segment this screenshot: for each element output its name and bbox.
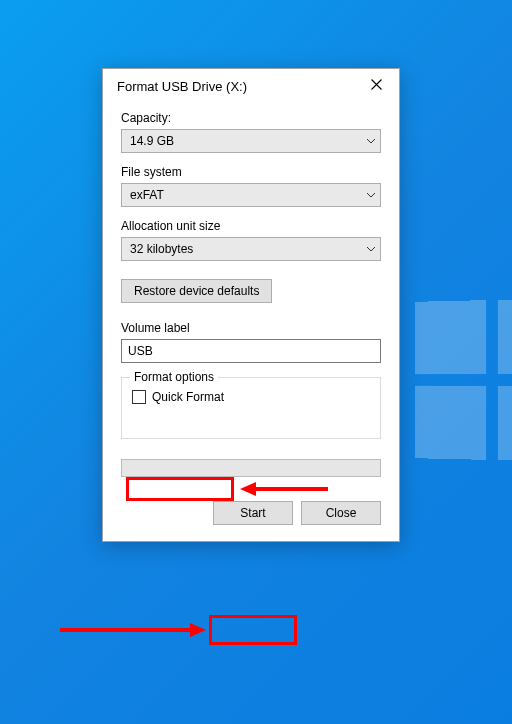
quick-format-label: Quick Format <box>152 390 224 404</box>
capacity-value: 14.9 GB <box>130 134 366 148</box>
volume-label-label: Volume label <box>121 321 381 335</box>
start-button[interactable]: Start <box>213 501 293 525</box>
quick-format-checkbox[interactable] <box>132 390 146 404</box>
chevron-down-icon <box>366 247 376 252</box>
close-button-label: Close <box>326 506 357 520</box>
dialog-title: Format USB Drive (X:) <box>117 79 359 94</box>
start-button-label: Start <box>240 506 265 520</box>
annotation-arrowhead-start <box>190 623 206 637</box>
chevron-down-icon <box>366 139 376 144</box>
dialog-button-row: Start Close <box>121 501 381 525</box>
volume-label-input[interactable] <box>121 339 381 363</box>
close-icon <box>371 79 382 93</box>
format-dialog: Format USB Drive (X:) Capacity: 14.9 GB … <box>102 68 400 542</box>
windows-logo-decoration <box>415 298 512 462</box>
capacity-select[interactable]: 14.9 GB <box>121 129 381 153</box>
dialog-titlebar: Format USB Drive (X:) <box>103 69 399 103</box>
filesystem-select[interactable]: exFAT <box>121 183 381 207</box>
format-options-fieldset: Format options Quick Format <box>121 377 381 439</box>
desktop-background: Format USB Drive (X:) Capacity: 14.9 GB … <box>0 0 512 724</box>
quick-format-row: Quick Format <box>132 388 370 406</box>
format-options-legend: Format options <box>130 370 218 384</box>
dialog-body: Capacity: 14.9 GB File system exFAT Allo… <box>103 103 399 541</box>
filesystem-label: File system <box>121 165 381 179</box>
allocation-select[interactable]: 32 kilobytes <box>121 237 381 261</box>
annotation-start-box <box>209 615 297 645</box>
chevron-down-icon <box>366 193 376 198</box>
progress-bar <box>121 459 381 477</box>
close-dialog-button[interactable]: Close <box>301 501 381 525</box>
restore-defaults-button[interactable]: Restore device defaults <box>121 279 272 303</box>
allocation-value: 32 kilobytes <box>130 242 366 256</box>
allocation-label: Allocation unit size <box>121 219 381 233</box>
restore-defaults-label: Restore device defaults <box>134 284 259 298</box>
close-button[interactable] <box>359 72 393 100</box>
filesystem-value: exFAT <box>130 188 366 202</box>
capacity-label: Capacity: <box>121 111 381 125</box>
annotation-arrow-start <box>60 628 190 632</box>
